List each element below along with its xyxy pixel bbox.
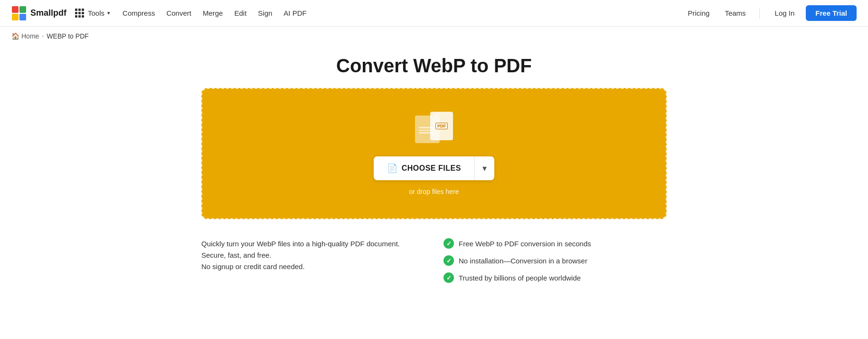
svg-rect-1 (19, 6, 26, 13)
check-icon-3 (443, 272, 454, 283)
navbar: Smallpdf Tools ▾ Compress Convert Merge … (0, 0, 868, 27)
drop-hint-text: or drop files here (409, 188, 459, 195)
features-list: Free WebP to PDF conversion in seconds N… (443, 238, 667, 283)
main-content: Convert WebP to PDF PDF 📄 CHOOSE FILES (0, 46, 868, 302)
ai-pdf-nav-link[interactable]: AI PDF (278, 6, 312, 20)
check-icon-2 (443, 255, 454, 266)
logo-text: Smallpdf (30, 8, 66, 18)
choose-files-row: 📄 CHOOSE FILES ▾ (374, 156, 494, 180)
convert-nav-link[interactable]: Convert (160, 6, 197, 20)
compress-nav-link[interactable]: Compress (117, 6, 160, 20)
breadcrumb-current: WEBP to PDF (47, 32, 88, 40)
features-description-block: Quickly turn your WebP files into a high… (201, 238, 425, 283)
free-trial-button[interactable]: Free Trial (806, 5, 857, 21)
svg-rect-3 (19, 14, 26, 20)
svg-rect-2 (12, 14, 19, 20)
features-section: Quickly turn your WebP files into a high… (201, 238, 667, 283)
page-title: Convert WebP to PDF (336, 55, 532, 77)
chevron-down-icon: ▾ (107, 10, 110, 16)
features-description: Quickly turn your WebP files into a high… (201, 238, 425, 272)
chevron-down-icon: ▾ (482, 163, 487, 174)
feature-item-3: Trusted by billions of people worldwide (443, 272, 667, 283)
feature-label-2: No installation—Conversion in a browser (459, 257, 587, 265)
teams-nav-link[interactable]: Teams (719, 6, 751, 20)
breadcrumb-home-label: Home (21, 32, 39, 40)
edit-nav-link[interactable]: Edit (228, 6, 252, 20)
merge-nav-link[interactable]: Merge (197, 6, 229, 20)
check-icon-1 (443, 238, 454, 249)
feature-label-1: Free WebP to PDF conversion in seconds (459, 240, 591, 248)
tools-menu-button[interactable]: Tools ▾ (70, 6, 115, 20)
logo-icon (11, 6, 27, 21)
breadcrumb-separator: › (42, 33, 44, 39)
feature-item-2: No installation—Conversion in a browser (443, 255, 667, 266)
pricing-nav-link[interactable]: Pricing (682, 6, 716, 20)
file-type-label: PDF (435, 123, 448, 129)
breadcrumb: 🏠 Home › WEBP to PDF (0, 27, 868, 46)
choose-files-dropdown-button[interactable]: ▾ (475, 156, 494, 180)
document-icon: 📄 (387, 163, 398, 174)
breadcrumb-home-link[interactable]: 🏠 Home (11, 32, 39, 40)
tools-label: Tools (88, 9, 104, 17)
logo-link[interactable]: Smallpdf (11, 6, 66, 21)
navbar-right: Pricing Teams Log In Free Trial (682, 5, 857, 21)
feature-item-1: Free WebP to PDF conversion in seconds (443, 238, 667, 249)
nav-divider (759, 8, 760, 19)
grid-icon (75, 9, 84, 18)
feature-label-3: Trusted by billions of people worldwide (459, 274, 581, 282)
choose-files-label: CHOOSE FILES (402, 164, 461, 173)
sign-nav-link[interactable]: Sign (252, 6, 278, 20)
drop-zone[interactable]: PDF 📄 CHOOSE FILES ▾ or drop files here (201, 88, 667, 219)
home-icon: 🏠 (11, 32, 19, 40)
file-illustration: PDF (415, 112, 453, 145)
login-button[interactable]: Log In (767, 5, 802, 21)
file-icon-front: PDF (430, 112, 453, 140)
svg-rect-0 (12, 6, 19, 13)
choose-files-button[interactable]: 📄 CHOOSE FILES (374, 156, 474, 180)
